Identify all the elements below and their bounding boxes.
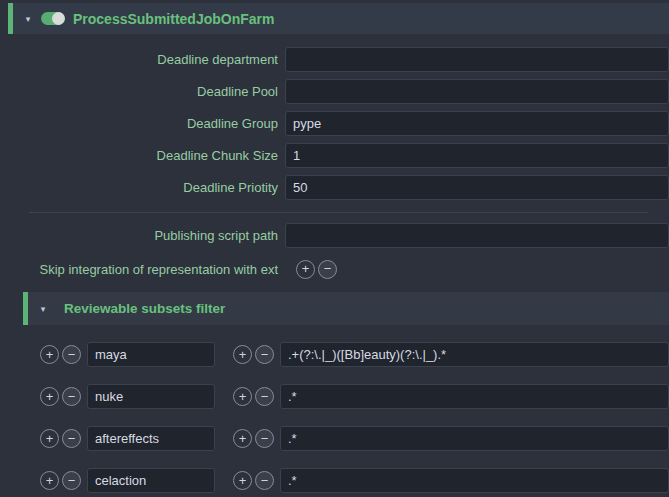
remove-item-button[interactable]: − — [318, 260, 337, 279]
filter-pattern-input[interactable] — [280, 468, 669, 493]
filter-rows: + − + − + − + − + − + − — [0, 342, 669, 493]
filter-pattern-input[interactable] — [280, 342, 669, 367]
field-label: Deadline Pool — [0, 84, 278, 99]
filter-row-celaction: + − + − — [40, 468, 669, 493]
add-pattern-button[interactable]: + — [233, 387, 252, 406]
add-row-button[interactable]: + — [40, 345, 59, 364]
add-row-button[interactable]: + — [40, 429, 59, 448]
plugin-header: ▾ ProcessSubmittedJobOnFarm — [8, 3, 669, 34]
skip-integration-buttons: + − — [296, 260, 337, 279]
pattern-buttons: + − — [233, 387, 274, 406]
remove-pattern-button[interactable]: − — [255, 345, 274, 364]
section-divider — [29, 212, 648, 213]
deadline-priority-input[interactable] — [285, 175, 669, 200]
field-row-deadline-priority: Deadline Priotity — [0, 175, 669, 200]
field-row-deadline-chunk-size: Deadline Chunk Size — [0, 143, 669, 168]
deadline-chunk-size-input[interactable] — [285, 143, 669, 168]
filter-key-input[interactable] — [87, 384, 215, 409]
add-pattern-button[interactable]: + — [233, 345, 252, 364]
deadline-settings-form: Deadline department Deadline Pool Deadli… — [0, 47, 669, 281]
field-label: Deadline Chunk Size — [0, 148, 278, 163]
filter-row-nuke: + − + − — [40, 384, 669, 409]
field-row-publishing-script-path: Publishing script path — [0, 223, 669, 248]
filter-key-input[interactable] — [87, 426, 215, 451]
remove-pattern-button[interactable]: − — [255, 471, 274, 490]
remove-row-button[interactable]: − — [62, 429, 81, 448]
deadline-department-input[interactable] — [285, 47, 669, 72]
filter-row-aftereffects: + − + − — [40, 426, 669, 451]
plugin-title: ProcessSubmittedJobOnFarm — [73, 11, 275, 27]
row-buttons: + − — [40, 471, 81, 490]
add-row-button[interactable]: + — [40, 387, 59, 406]
filter-key-input[interactable] — [87, 342, 215, 367]
section-title: Reviewable subsets filter — [64, 301, 225, 316]
remove-row-button[interactable]: − — [62, 471, 81, 490]
field-label: Publishing script path — [0, 228, 278, 243]
add-row-button[interactable]: + — [40, 471, 59, 490]
row-buttons: + − — [40, 387, 81, 406]
remove-row-button[interactable]: − — [62, 345, 81, 364]
deadline-pool-input[interactable] — [285, 79, 669, 104]
skip-integration-row: Skip integration of representation with … — [0, 257, 669, 281]
remove-row-button[interactable]: − — [62, 387, 81, 406]
pattern-buttons: + − — [233, 429, 274, 448]
pattern-buttons: + − — [233, 345, 274, 364]
remove-pattern-button[interactable]: − — [255, 429, 274, 448]
field-row-deadline-group: Deadline Group — [0, 111, 669, 136]
deadline-group-input[interactable] — [285, 111, 669, 136]
collapse-arrow-icon[interactable]: ▾ — [34, 304, 52, 314]
remove-pattern-button[interactable]: − — [255, 387, 274, 406]
field-row-deadline-department: Deadline department — [0, 47, 669, 72]
pattern-buttons: + − — [233, 471, 274, 490]
filter-key-input[interactable] — [87, 468, 215, 493]
field-label: Deadline department — [0, 52, 278, 67]
enabled-toggle[interactable] — [41, 12, 64, 25]
field-row-deadline-pool: Deadline Pool — [0, 79, 669, 104]
add-pattern-button[interactable]: + — [233, 471, 252, 490]
row-buttons: + − — [40, 345, 81, 364]
add-item-button[interactable]: + — [296, 260, 315, 279]
add-pattern-button[interactable]: + — [233, 429, 252, 448]
toggle-knob-icon — [52, 12, 65, 25]
filter-pattern-input[interactable] — [280, 426, 669, 451]
publishing-script-path-input[interactable] — [285, 223, 669, 248]
collapse-arrow-icon[interactable]: ▾ — [19, 14, 37, 24]
skip-integration-label: Skip integration of representation with … — [0, 262, 278, 277]
filter-row-maya: + − + − — [40, 342, 669, 367]
row-buttons: + − — [40, 429, 81, 448]
field-label: Deadline Priotity — [0, 180, 278, 195]
field-label: Deadline Group — [0, 116, 278, 131]
filter-pattern-input[interactable] — [280, 384, 669, 409]
reviewable-subsets-filter-header: ▾ Reviewable subsets filter — [23, 292, 669, 325]
